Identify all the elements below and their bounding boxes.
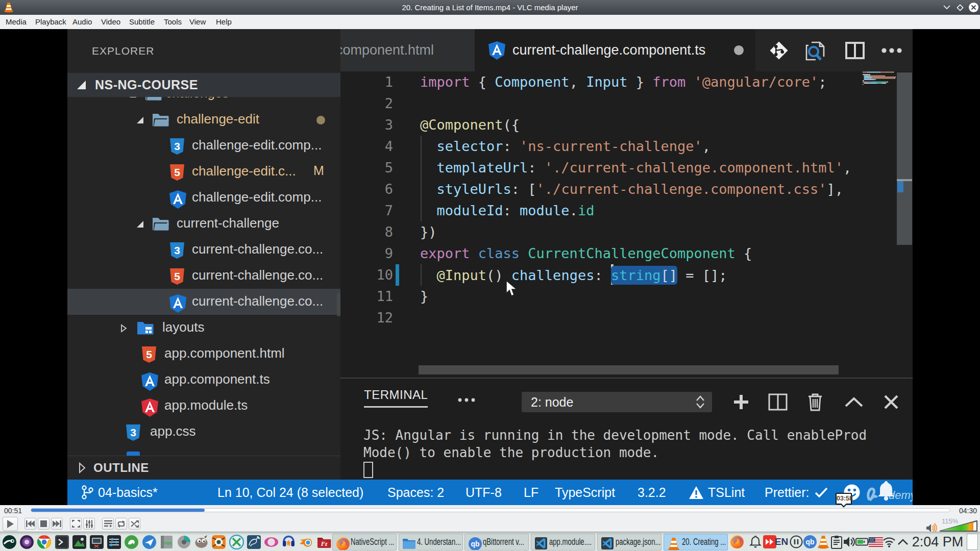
task-app-module-[interactable]: app.module.... xyxy=(531,534,595,550)
tree-item-current-challenge.co...[interactable]: current-challenge.co... xyxy=(67,289,340,315)
explorer-section-header[interactable]: NS-NG-COURSE xyxy=(67,73,340,97)
status-04-basics-[interactable]: 04-basics* xyxy=(81,480,158,505)
launcher-bird-icon[interactable] xyxy=(142,535,157,549)
maximize-button[interactable] xyxy=(953,0,967,15)
new-terminal-icon[interactable] xyxy=(730,391,752,413)
next-button[interactable] xyxy=(51,518,63,530)
launcher-gimp-icon[interactable] xyxy=(194,535,209,549)
fullscreen-button[interactable] xyxy=(70,518,82,530)
code-editor[interactable]: 1import { Component, Input } from '@angu… xyxy=(340,71,913,378)
tree-item-challenges[interactable]: challenges xyxy=(67,97,340,107)
playlist-button[interactable] xyxy=(102,518,114,530)
editor-scrollbar[interactable] xyxy=(897,71,912,378)
menu-playback[interactable]: Playback xyxy=(35,15,66,29)
git-compare-icon[interactable] xyxy=(768,40,790,61)
tray-caret-icon[interactable] xyxy=(896,535,910,549)
tree-item-app.component.html[interactable]: 5app.component.html xyxy=(67,341,340,367)
open-preview-icon[interactable] xyxy=(804,40,826,61)
shuffle-button[interactable] xyxy=(129,518,140,530)
tray-en-label[interactable]: EN xyxy=(774,535,789,549)
tray-bell-icon[interactable] xyxy=(748,535,763,549)
menu-subtitle[interactable]: Subtitle xyxy=(129,15,155,29)
menu-view[interactable]: View xyxy=(189,15,206,29)
equalizer-button[interactable] xyxy=(83,518,95,530)
tray-clipboard-icon[interactable] xyxy=(829,535,844,549)
video-area[interactable]: EXPLORER NS-NG-COURSE challengeschalleng… xyxy=(0,29,980,505)
terminal-select[interactable]: 2: node xyxy=(522,392,712,412)
editor-hscrollbar[interactable] xyxy=(419,365,839,374)
seek-slider[interactable] xyxy=(31,508,950,512)
launcher-blender-icon[interactable] xyxy=(299,535,313,549)
maximize-panel-icon[interactable] xyxy=(843,391,865,413)
tab-active-current-challenge[interactable]: current-challenge.component.ts xyxy=(475,29,755,71)
tree-item-current-challenge.co...[interactable]: 5current-challenge.co... xyxy=(67,263,340,289)
volume-slider[interactable] xyxy=(939,520,978,532)
show-desktop-button[interactable] xyxy=(967,534,978,550)
loop-button[interactable] xyxy=(115,518,127,530)
status-utf-8[interactable]: UTF-8 xyxy=(465,480,502,505)
task-qbittorrent-v-[interactable]: qbqBittorrent v... xyxy=(464,534,529,550)
tray-qbittorrent-icon[interactable]: qb xyxy=(803,535,817,549)
kill-terminal-icon[interactable] xyxy=(804,391,826,413)
status-prettier-[interactable]: Prettier: xyxy=(765,480,828,505)
split-editor-icon[interactable] xyxy=(844,40,866,61)
launcher-tor-icon[interactable] xyxy=(19,535,34,549)
launcher-xapp-icon[interactable] xyxy=(229,535,244,549)
outline-section-header[interactable]: OUTLINE xyxy=(67,456,340,480)
menu-video[interactable]: Video xyxy=(101,15,120,29)
play-button[interactable] xyxy=(3,517,18,531)
task-nativescript-[interactable]: NativeScript ... xyxy=(332,534,397,550)
status-typescript[interactable]: TypeScript xyxy=(555,480,615,505)
tray-battery-icon[interactable] xyxy=(855,535,870,549)
close-panel-icon[interactable] xyxy=(880,391,902,413)
task-4-understan-[interactable]: 4. Understan... xyxy=(399,534,463,550)
split-terminal-icon[interactable] xyxy=(767,391,789,413)
launcher-settings-icon[interactable] xyxy=(107,535,121,549)
tree-item-layouts[interactable]: layouts xyxy=(67,315,340,341)
tree-item-current-challenge.co...[interactable]: 3current-challenge.co... xyxy=(67,237,340,263)
launcher-opensuse-icon[interactable] xyxy=(2,535,17,549)
launcher-disk-icon[interactable] xyxy=(177,535,191,549)
launcher-filezilla-icon[interactable]: Fz xyxy=(316,535,331,549)
launcher-gwenview-icon[interactable] xyxy=(72,535,87,549)
more-actions-icon[interactable] xyxy=(880,40,903,61)
task-package-json-[interactable]: package.json... xyxy=(597,534,662,550)
terminal-more-icon[interactable] xyxy=(457,388,476,408)
stop-button[interactable] xyxy=(38,518,50,530)
tree-item-app.css[interactable]: 3app.css xyxy=(67,419,340,445)
launcher-notepadqq-icon[interactable]: nqq xyxy=(159,535,174,549)
tree-item-partial[interactable] xyxy=(67,445,340,456)
launcher-konsole-icon[interactable] xyxy=(55,535,69,549)
status-3-2-2[interactable]: 3.2.2 xyxy=(638,480,666,505)
tree-item-app.component.ts[interactable]: app.component.ts xyxy=(67,367,340,393)
status-lf[interactable]: LF xyxy=(524,480,538,505)
clock[interactable]: 2:04 PM xyxy=(912,532,964,551)
minimap[interactable] xyxy=(863,71,896,92)
tree-item-challenge-edit[interactable]: challenge-edit xyxy=(67,107,340,133)
menu-help[interactable]: Help xyxy=(216,15,232,29)
launcher-hamachi-icon[interactable] xyxy=(124,535,139,549)
menu-audio[interactable]: Audio xyxy=(72,15,92,29)
tray-wifi-icon[interactable] xyxy=(882,535,896,549)
launcher-pinkeye-icon[interactable] xyxy=(264,535,279,549)
tree-item-app.module.ts[interactable]: app.module.ts xyxy=(67,393,340,419)
tree-item-challenge-edit.c...[interactable]: 5challenge-edit.c...M xyxy=(67,159,340,185)
terminal-tab[interactable]: TERMINAL xyxy=(364,388,428,408)
tray-firefox-icon[interactable] xyxy=(730,535,744,549)
minimize-button[interactable] xyxy=(940,0,953,15)
tab-inactive-html[interactable]: component.html xyxy=(340,29,475,71)
tree-item-current-challenge[interactable]: current-challenge xyxy=(67,211,340,237)
menu-tools[interactable]: Tools xyxy=(164,15,182,29)
menu-media[interactable]: Media xyxy=(6,15,27,29)
status-ln-10-col-24-8-selected-[interactable]: Ln 10, Col 24 (8 selected) xyxy=(217,480,363,505)
launcher-audacity-icon[interactable] xyxy=(281,535,296,549)
previous-button[interactable] xyxy=(24,518,36,530)
status-spaces-2[interactable]: Spaces: 2 xyxy=(387,480,444,505)
launcher-mysql-icon[interactable] xyxy=(247,535,261,549)
tray-usflag-icon[interactable] xyxy=(869,535,883,549)
tree-item-challenge-edit.comp...[interactable]: 3challenge-edit.comp... xyxy=(67,133,340,159)
task-20-creating-[interactable]: 20. Creating ... xyxy=(664,534,728,550)
close-button[interactable] xyxy=(967,0,980,15)
tray-vlc-icon[interactable] xyxy=(816,535,830,549)
status-tslint[interactable]: TSLint xyxy=(689,480,745,505)
